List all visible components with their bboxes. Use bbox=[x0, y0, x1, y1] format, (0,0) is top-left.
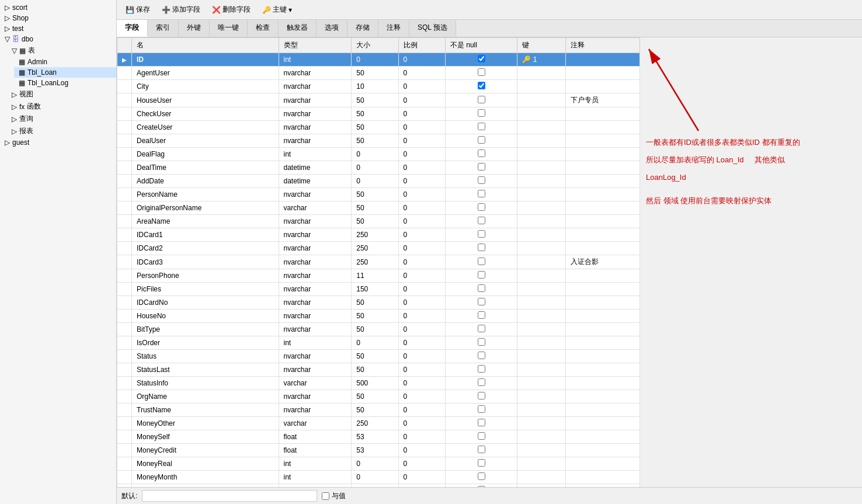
field-not-null[interactable] bbox=[445, 121, 517, 134]
table-row[interactable]: HouseNonvarchar500 bbox=[117, 310, 640, 323]
sidebar-item-admin[interactable]: ▦ Admin bbox=[14, 57, 116, 67]
field-not-null[interactable] bbox=[445, 484, 517, 488]
field-scale[interactable]: 0 bbox=[398, 121, 445, 134]
not-null-checkbox[interactable] bbox=[478, 82, 485, 89]
not-null-checkbox[interactable] bbox=[478, 230, 485, 238]
field-type[interactable]: nvarchar bbox=[279, 228, 352, 242]
sidebar-item-guest[interactable]: ▷ guest bbox=[0, 137, 116, 148]
field-name[interactable]: DealUser bbox=[132, 134, 279, 148]
field-name[interactable]: MoneyRate bbox=[132, 484, 279, 488]
field-not-null[interactable] bbox=[445, 201, 517, 215]
field-name[interactable]: OriginalPersonName bbox=[132, 201, 279, 215]
table-row[interactable]: PersonNamenvarchar500 bbox=[117, 188, 640, 201]
not-null-checkbox[interactable] bbox=[478, 352, 485, 359]
field-scale[interactable]: 0 bbox=[398, 404, 445, 417]
field-comment[interactable] bbox=[565, 80, 639, 93]
table-row[interactable]: DealFlagint00 bbox=[117, 148, 640, 161]
field-comment[interactable] bbox=[565, 283, 639, 296]
field-comment[interactable] bbox=[565, 471, 639, 484]
field-size[interactable]: 0 bbox=[352, 457, 398, 471]
field-comment[interactable] bbox=[565, 323, 639, 336]
not-null-checkbox[interactable] bbox=[478, 203, 485, 211]
field-size[interactable]: 50 bbox=[352, 363, 398, 377]
field-type[interactable]: varchar bbox=[279, 201, 352, 215]
field-size[interactable]: 250 bbox=[352, 417, 398, 430]
field-scale[interactable]: 0 bbox=[398, 215, 445, 228]
field-not-null[interactable] bbox=[445, 471, 517, 484]
tab-options[interactable]: 选项 bbox=[317, 20, 347, 37]
field-type[interactable]: nvarchar bbox=[279, 310, 352, 323]
tab-indexes[interactable]: 索引 bbox=[148, 20, 179, 37]
field-scale[interactable]: 0 bbox=[398, 242, 445, 255]
field-name[interactable]: City bbox=[132, 80, 279, 93]
delete-field-button[interactable]: ❌ 删除字段 bbox=[207, 2, 256, 17]
field-type[interactable]: nvarchar bbox=[279, 363, 352, 377]
field-name[interactable]: AgentUser bbox=[132, 67, 279, 80]
sidebar-item-dbo[interactable]: ▽ 🗄 dbo bbox=[0, 34, 116, 44]
field-size[interactable]: 0 bbox=[352, 148, 398, 161]
col-type[interactable]: 类型 bbox=[279, 38, 352, 53]
field-scale[interactable]: 0 bbox=[398, 269, 445, 283]
table-row[interactable]: IsOrderint00 bbox=[117, 336, 640, 350]
field-comment[interactable] bbox=[565, 228, 639, 242]
field-type[interactable]: int bbox=[279, 471, 352, 484]
field-not-null[interactable] bbox=[445, 404, 517, 417]
field-not-null[interactable] bbox=[445, 107, 517, 121]
field-comment[interactable] bbox=[565, 296, 639, 310]
not-null-checkbox[interactable] bbox=[478, 190, 485, 197]
field-scale[interactable]: 0 bbox=[398, 134, 445, 148]
not-null-checkbox[interactable] bbox=[478, 486, 485, 487]
field-type[interactable]: nvarchar bbox=[279, 296, 352, 310]
field-comment[interactable] bbox=[565, 242, 639, 255]
field-not-null[interactable] bbox=[445, 242, 517, 255]
field-size[interactable]: 50 bbox=[352, 404, 398, 417]
field-scale[interactable]: 0 bbox=[398, 417, 445, 430]
field-scale[interactable]: 0 bbox=[398, 444, 445, 457]
field-scale[interactable]: 0 bbox=[398, 390, 445, 404]
table-row[interactable]: ▶IDint00🔑 1 bbox=[117, 53, 640, 67]
tab-unique[interactable]: 唯一键 bbox=[210, 20, 248, 37]
field-comment[interactable] bbox=[565, 134, 639, 148]
field-scale[interactable]: 0 bbox=[398, 350, 445, 363]
field-type[interactable]: nvarchar bbox=[279, 404, 352, 417]
tab-fields[interactable]: 字段 bbox=[117, 20, 148, 37]
table-row[interactable]: MoneySelffloat530 bbox=[117, 430, 640, 444]
sidebar-item-tbl-loanlog[interactable]: ▦ Tbl_LoanLog bbox=[14, 78, 116, 88]
field-not-null[interactable] bbox=[445, 148, 517, 161]
sidebar-item-funcs[interactable]: ▷ fx 函数 bbox=[7, 100, 116, 113]
col-scale[interactable]: 比例 bbox=[398, 38, 445, 53]
field-name[interactable]: Status bbox=[132, 350, 279, 363]
field-comment[interactable] bbox=[565, 457, 639, 471]
table-row[interactable]: Statusnvarchar500 bbox=[117, 350, 640, 363]
field-not-null[interactable] bbox=[445, 93, 517, 107]
field-not-null[interactable] bbox=[445, 323, 517, 336]
field-not-null[interactable] bbox=[445, 350, 517, 363]
not-null-checkbox[interactable] bbox=[478, 55, 485, 62]
field-name[interactable]: PersonPhone bbox=[132, 269, 279, 283]
field-size[interactable]: 50 bbox=[352, 107, 398, 121]
field-type[interactable]: nvarchar bbox=[279, 350, 352, 363]
field-comment[interactable] bbox=[565, 444, 639, 457]
field-scale[interactable]: 0 bbox=[398, 336, 445, 350]
field-type[interactable]: nvarchar bbox=[279, 134, 352, 148]
field-type[interactable]: varchar bbox=[279, 417, 352, 430]
field-not-null[interactable] bbox=[445, 53, 517, 67]
field-type[interactable]: varchar bbox=[279, 377, 352, 390]
not-null-checkbox[interactable] bbox=[478, 176, 485, 184]
table-row[interactable]: MoneyOthervarchar2500 bbox=[117, 417, 640, 430]
not-null-checkbox[interactable] bbox=[478, 136, 485, 144]
field-name[interactable]: ID bbox=[132, 53, 279, 67]
field-scale[interactable]: 0 bbox=[398, 457, 445, 471]
field-comment[interactable] bbox=[565, 336, 639, 350]
field-type[interactable]: datetime bbox=[279, 175, 352, 188]
table-row[interactable]: IDCard1nvarchar2500 bbox=[117, 228, 640, 242]
field-comment[interactable]: 下户专员 bbox=[565, 93, 639, 107]
field-scale[interactable]: 0 bbox=[398, 93, 445, 107]
field-comment[interactable] bbox=[565, 363, 639, 377]
table-row[interactable]: DealTimedatetime00 bbox=[117, 161, 640, 175]
not-null-checkbox[interactable] bbox=[478, 123, 485, 130]
field-size[interactable]: 53 bbox=[352, 430, 398, 444]
field-scale[interactable]: 0 bbox=[398, 283, 445, 296]
field-not-null[interactable] bbox=[445, 296, 517, 310]
field-not-null[interactable] bbox=[445, 377, 517, 390]
